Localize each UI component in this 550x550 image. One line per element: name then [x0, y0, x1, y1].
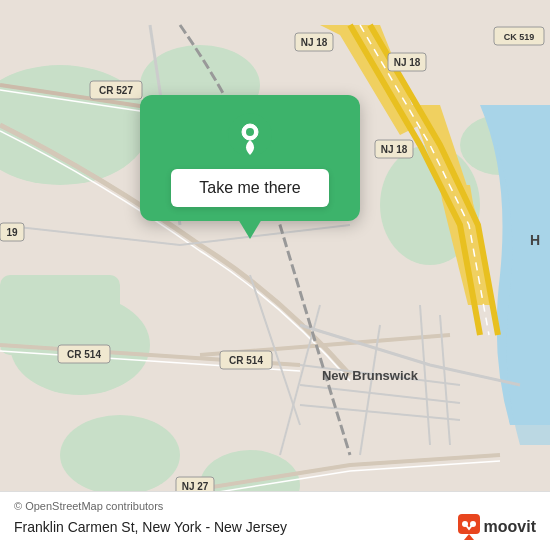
moovit-logo: moovit: [458, 514, 536, 540]
moovit-pin-icon: [458, 514, 480, 540]
location-pin-icon: [228, 113, 272, 157]
svg-text:CK 519: CK 519: [504, 32, 535, 42]
moovit-brand-text: moovit: [484, 518, 536, 536]
svg-text:New Brunswick: New Brunswick: [322, 368, 419, 383]
map-container: CR 527 NJ 18 NJ 18 NJ 18 19 CR 514 CR 51…: [0, 0, 550, 550]
location-title: Franklin Carmen St, New York - New Jerse…: [14, 519, 287, 535]
popup-card: Take me there: [140, 95, 360, 221]
take-me-there-button[interactable]: Take me there: [171, 169, 328, 207]
svg-text:NJ 18: NJ 18: [381, 144, 408, 155]
svg-text:H: H: [530, 232, 540, 248]
svg-point-32: [246, 128, 254, 136]
svg-text:CR 514: CR 514: [229, 355, 263, 366]
svg-text:NJ 18: NJ 18: [301, 37, 328, 48]
svg-point-7: [60, 415, 180, 495]
copyright-text: © OpenStreetMap contributors: [14, 500, 536, 512]
svg-text:CR 514: CR 514: [67, 349, 101, 360]
svg-text:NJ 18: NJ 18: [394, 57, 421, 68]
svg-rect-33: [458, 514, 480, 534]
popup-tail: [238, 219, 262, 239]
svg-rect-4: [0, 275, 120, 355]
svg-text:CR 527: CR 527: [99, 85, 133, 96]
svg-text:19: 19: [6, 227, 18, 238]
bottom-bar: © OpenStreetMap contributors Franklin Ca…: [0, 491, 550, 550]
